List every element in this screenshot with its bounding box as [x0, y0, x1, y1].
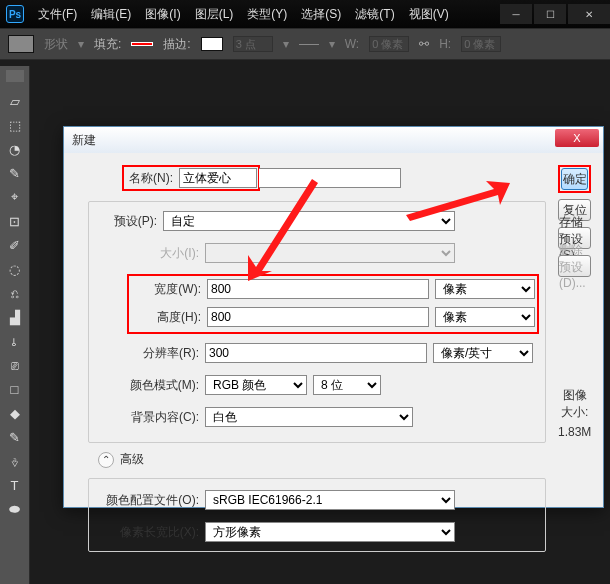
minimize-button[interactable]: ─	[500, 4, 532, 24]
close-button[interactable]: ✕	[568, 4, 610, 24]
advanced-toggle[interactable]: ⌃ 高级	[98, 451, 546, 468]
stroke-width-input[interactable]	[233, 36, 273, 52]
options-bar: 形状▾ 填充: 描边: ▾ ▾ W: ⚯ H:	[0, 28, 610, 60]
res-unit-select[interactable]: 像素/英寸	[433, 343, 533, 363]
preset-select[interactable]: 自定	[163, 211, 455, 231]
tool-7[interactable]: ◌	[3, 258, 27, 280]
image-size-value: 1.83M	[558, 425, 591, 439]
width-label: 宽度(W):	[131, 281, 207, 298]
par-label: 像素长宽比(X):	[95, 524, 205, 541]
preset-label: 预设(P):	[95, 213, 163, 230]
tool-6[interactable]: ✐	[3, 234, 27, 256]
h-label: H:	[439, 37, 451, 51]
tool-4[interactable]: ⌖	[3, 186, 27, 208]
tool-3[interactable]: ✎	[3, 162, 27, 184]
height-unit-select[interactable]: 像素	[435, 307, 535, 327]
par-select[interactable]: 方形像素	[205, 522, 455, 542]
dialog-close-button[interactable]: X	[555, 129, 599, 147]
fill-swatch[interactable]	[131, 42, 153, 46]
menu-layer[interactable]: 图层(L)	[189, 4, 240, 25]
mode-select[interactable]: RGB 颜色	[205, 375, 307, 395]
bg-label: 背景内容(C):	[95, 409, 205, 426]
tool-15[interactable]: ⎀	[3, 450, 27, 472]
advanced-label: 高级	[120, 451, 144, 468]
menu-edit[interactable]: 编辑(E)	[85, 4, 137, 25]
menu-filter[interactable]: 滤镜(T)	[349, 4, 400, 25]
dialog-title: 新建	[72, 132, 96, 149]
delete-preset-button: 删除预设(D)...	[558, 255, 591, 277]
menu-type[interactable]: 类型(Y)	[241, 4, 293, 25]
size-label: 大小(I):	[95, 245, 205, 262]
link-icon[interactable]: ⚯	[419, 37, 429, 51]
width-unit-select[interactable]: 像素	[435, 279, 535, 299]
fill-label: 填充:	[94, 36, 121, 53]
res-label: 分辨率(R):	[95, 345, 205, 362]
new-document-dialog: 新建 X 名称(N): 预设(P): 自定 大小(I):	[63, 126, 604, 508]
image-size-label: 图像大小:	[558, 387, 591, 421]
height-label: 高度(H):	[131, 309, 207, 326]
maximize-button[interactable]: ☐	[534, 4, 566, 24]
ok-button[interactable]: 确定	[561, 168, 588, 190]
shape-mode[interactable]: 形状	[44, 36, 68, 53]
menu-view[interactable]: 视图(V)	[403, 4, 455, 25]
tool-preset-swatch[interactable]	[8, 35, 34, 53]
name-input-ext[interactable]	[259, 168, 401, 188]
res-input[interactable]	[205, 343, 427, 363]
tool-9[interactable]: ▟	[3, 306, 27, 328]
menu-select[interactable]: 选择(S)	[295, 4, 347, 25]
tool-11[interactable]: ⎚	[3, 354, 27, 376]
stroke-label: 描边:	[163, 36, 190, 53]
ps-logo: Ps	[6, 5, 24, 23]
tool-17[interactable]: ⬬	[3, 498, 27, 520]
dialog-titlebar: 新建 X	[64, 127, 603, 153]
tool-14[interactable]: ✎	[3, 426, 27, 448]
tool-13[interactable]: ◆	[3, 402, 27, 424]
tool-10[interactable]: ⫰	[3, 330, 27, 352]
name-label: 名称(N):	[125, 170, 179, 187]
width-input[interactable]	[207, 279, 429, 299]
w-input[interactable]	[369, 36, 409, 52]
tool-1[interactable]: ⬚	[3, 114, 27, 136]
tool-2[interactable]: ◔	[3, 138, 27, 160]
menu-image[interactable]: 图像(I)	[139, 4, 186, 25]
bg-select[interactable]: 白色	[205, 407, 413, 427]
chevron-icon: ⌃	[98, 452, 114, 468]
height-input[interactable]	[207, 307, 429, 327]
w-label: W:	[345, 37, 359, 51]
tool-12[interactable]: □	[3, 378, 27, 400]
menu-file[interactable]: 文件(F)	[32, 4, 83, 25]
h-input[interactable]	[461, 36, 501, 52]
tool-16[interactable]: T	[3, 474, 27, 496]
mode-label: 颜色模式(M):	[95, 377, 205, 394]
tool-0[interactable]: ▱	[3, 90, 27, 112]
profile-label: 颜色配置文件(O):	[95, 492, 205, 509]
depth-select[interactable]: 8 位	[313, 375, 381, 395]
tools-panel: ▱⬚◔✎⌖⊡✐◌⎌▟⫰⎚□◆✎⎀T⬬	[0, 66, 30, 584]
main-menu: 文件(F) 编辑(E) 图像(I) 图层(L) 类型(Y) 选择(S) 滤镜(T…	[32, 4, 498, 25]
tools-grip[interactable]	[6, 70, 24, 82]
stroke-swatch[interactable]	[201, 37, 223, 51]
size-select	[205, 243, 455, 263]
profile-select[interactable]: sRGB IEC61966-2.1	[205, 490, 455, 510]
tool-5[interactable]: ⊡	[3, 210, 27, 232]
tool-8[interactable]: ⎌	[3, 282, 27, 304]
name-input[interactable]	[179, 168, 257, 188]
